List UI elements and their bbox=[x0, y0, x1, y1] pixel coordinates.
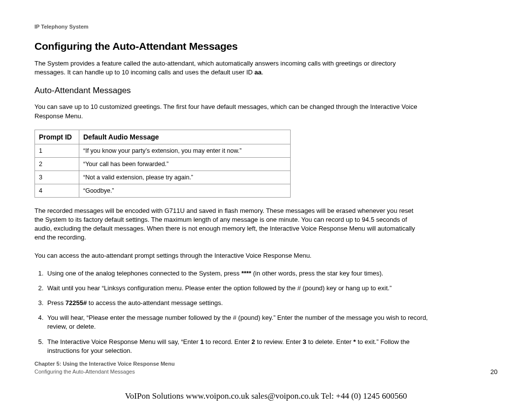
cell-id: 3 bbox=[35, 171, 79, 184]
step1-a: Using one of the analog telephones conne… bbox=[47, 270, 241, 277]
bottom-contact-bar: VoIPon Solutions www.voipon.co.uk sales@… bbox=[0, 391, 532, 401]
step5-2: 2 bbox=[252, 338, 255, 345]
list-item: You will hear, “Please enter the message… bbox=[45, 313, 430, 331]
step1-c: (in other words, press the star key four… bbox=[251, 270, 383, 277]
intro-text-2: . bbox=[262, 68, 264, 76]
step5-1: 1 bbox=[200, 338, 203, 345]
intro-text-1: The System provides a feature called the… bbox=[34, 60, 396, 76]
cell-msg: “Not a valid extension, please try again… bbox=[79, 171, 291, 184]
cell-id: 4 bbox=[35, 184, 79, 197]
cell-msg: “Your call has been forwarded.” bbox=[79, 157, 291, 171]
step3-code: 72255# bbox=[66, 299, 87, 307]
save-paragraph: You can save up to 10 customized greetin… bbox=[34, 103, 419, 120]
footer-section: Configuring the Auto-Attendant Messages bbox=[34, 368, 175, 376]
step5-a: The Interactive Voice Response Menu will… bbox=[47, 338, 200, 345]
list-item: Using one of the analog telephones conne… bbox=[45, 269, 430, 278]
step5-e: to review. Enter bbox=[255, 338, 303, 345]
subsection-heading: Auto-Attendant Messages bbox=[34, 86, 498, 96]
steps-list: Using one of the analog telephones conne… bbox=[45, 269, 430, 355]
step3-a: Press bbox=[47, 299, 66, 307]
encoded-paragraph: The recorded messages will be encoded wi… bbox=[34, 206, 419, 242]
step5-g: to delete. Enter bbox=[306, 338, 353, 345]
list-item: The Interactive Voice Response Menu will… bbox=[45, 338, 430, 355]
list-item: Wait until you hear “Linksys configurati… bbox=[45, 284, 430, 293]
step1-stars: **** bbox=[241, 270, 251, 277]
intro-paragraph: The System provides a feature called the… bbox=[34, 59, 419, 77]
table-row: 2 “Your call has been forwarded.” bbox=[35, 157, 291, 171]
step5-3: 3 bbox=[303, 338, 306, 345]
step5-c: to record. Enter bbox=[204, 338, 252, 345]
table-row: 4 “Goodbye.” bbox=[35, 184, 291, 197]
page-content: IP Telephony System Configuring the Auto… bbox=[0, 0, 532, 355]
intro-bold-aa: aa bbox=[255, 68, 262, 76]
footer-chapter: Chapter 5: Using the Interactive Voice R… bbox=[34, 360, 175, 368]
section-title: Configuring the Auto-Attendant Messages bbox=[34, 40, 498, 52]
table-row: 3 “Not a valid extension, please try aga… bbox=[35, 171, 291, 184]
footer-left: Chapter 5: Using the Interactive Voice R… bbox=[34, 360, 175, 376]
list-item: Press 72255# to access the auto-attendan… bbox=[45, 299, 430, 308]
th-default-msg: Default Audio Message bbox=[79, 130, 291, 144]
page-footer: Chapter 5: Using the Interactive Voice R… bbox=[34, 360, 498, 376]
prompts-table: Prompt ID Default Audio Message 1 “If yo… bbox=[34, 130, 291, 198]
table-row: 1 “If you know your party’s extension, y… bbox=[35, 144, 291, 157]
cell-msg: “Goodbye.” bbox=[79, 184, 291, 197]
step3-c: to access the auto-attendant message set… bbox=[87, 299, 223, 307]
th-prompt-id: Prompt ID bbox=[35, 130, 79, 144]
page-number: 20 bbox=[491, 368, 498, 376]
doc-header-label: IP Telephony System bbox=[34, 24, 498, 30]
table-header-row: Prompt ID Default Audio Message bbox=[35, 130, 291, 144]
cell-msg: “If you know your party’s extension, you… bbox=[79, 144, 291, 157]
access-paragraph: You can access the auto-attendant prompt… bbox=[34, 251, 419, 260]
cell-id: 2 bbox=[35, 157, 79, 171]
cell-id: 1 bbox=[35, 144, 79, 157]
